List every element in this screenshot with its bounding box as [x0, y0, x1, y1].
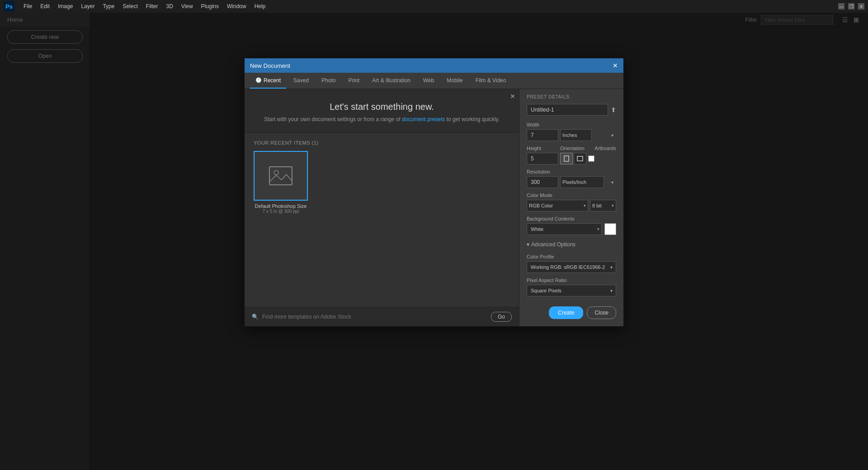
- tab-saved[interactable]: Saved: [288, 73, 314, 89]
- dialog-overlay: New Document ✕ 🕐 Recent Saved Photo Prin…: [0, 13, 868, 470]
- dialog-body: ✕ Let's start something new. Start with …: [245, 89, 623, 326]
- save-preset-button[interactable]: ⬆: [611, 106, 616, 113]
- advanced-options-toggle[interactable]: ▾ Advanced Options: [527, 240, 616, 249]
- search-bar: 🔍 Go: [245, 307, 519, 326]
- portrait-icon: [564, 155, 569, 162]
- pixel-aspect-select[interactable]: Square Pixels D1/DV NTSC (0.91) D1/DV PA…: [527, 285, 616, 296]
- image-placeholder-icon: [267, 164, 294, 187]
- recent-section: YOUR RECENT ITEMS (1) Default Photoshop …: [245, 133, 519, 307]
- menu-plugins[interactable]: Plugins: [198, 2, 222, 10]
- preset-name-row: ⬆: [527, 104, 616, 116]
- document-presets-link[interactable]: document presets: [402, 116, 445, 122]
- tab-web[interactable]: Web: [418, 73, 439, 89]
- portrait-button[interactable]: [560, 153, 573, 164]
- preset-details-label: PRESET DETAILS: [527, 94, 616, 99]
- width-row: Inches Pixels Centimeters Millimeters: [527, 129, 616, 141]
- tab-film-video[interactable]: Film & Video: [470, 73, 512, 89]
- menu-view[interactable]: View: [178, 2, 197, 10]
- bg-color-swatch[interactable]: [604, 223, 616, 235]
- tab-photo[interactable]: Photo: [316, 73, 341, 89]
- tab-mobile[interactable]: Mobile: [441, 73, 468, 89]
- bg-contents-select[interactable]: White Black Background Color Transparent…: [527, 223, 602, 235]
- menu-type[interactable]: Type: [99, 2, 118, 10]
- menu-bar: File Edit Image Layer Type Select Filter…: [20, 2, 269, 10]
- bg-select-wrapper: White Black Background Color Transparent…: [527, 223, 602, 235]
- dialog-title: New Document: [250, 62, 290, 69]
- recent-label: YOUR RECENT ITEMS (1): [254, 140, 510, 146]
- pixel-aspect-group: Pixel Aspect Ratio Square Pixels D1/DV N…: [527, 277, 616, 296]
- search-icon: 🔍: [252, 314, 259, 320]
- pixel-aspect-label: Pixel Aspect Ratio: [527, 277, 616, 283]
- width-unit-wrapper: Inches Pixels Centimeters Millimeters: [560, 129, 616, 141]
- height-orient-row: [527, 153, 616, 164]
- resolution-unit-wrapper: Pixels/Inch Pixels/Centimeter: [560, 176, 616, 188]
- color-mode-row: RGB Color CMYK Color Grayscale Lab Color…: [527, 200, 616, 212]
- color-mode-label: Color Mode: [527, 193, 616, 198]
- bit-depth-select[interactable]: 8 bit 16 bit 32 bit: [590, 200, 616, 212]
- resolution-row: Pixels/Inch Pixels/Centimeter: [527, 176, 616, 188]
- color-mode-group: Color Mode RGB Color CMYK Color Grayscal…: [527, 193, 616, 212]
- menu-edit[interactable]: Edit: [37, 2, 53, 10]
- artboards-label: Artboards: [594, 146, 616, 151]
- color-mode-select[interactable]: RGB Color CMYK Color Grayscale Lab Color…: [527, 200, 588, 212]
- recent-item-name: Default Photoshop Size: [255, 203, 307, 209]
- menu-file[interactable]: File: [20, 2, 36, 10]
- artboard-checkbox-group: [588, 155, 594, 162]
- minimize-button[interactable]: —: [838, 3, 844, 9]
- menu-select[interactable]: Select: [119, 2, 141, 10]
- go-button[interactable]: Go: [491, 312, 512, 322]
- resolution-label: Resolution: [527, 169, 616, 174]
- color-mode-select-wrapper: RGB Color CMYK Color Grayscale Lab Color…: [527, 200, 588, 212]
- svg-rect-0: [269, 167, 292, 185]
- close-dialog-button[interactable]: Close: [587, 306, 616, 319]
- resolution-group: Resolution Pixels/Inch Pixels/Centimeter: [527, 169, 616, 188]
- preset-name-input[interactable]: [527, 104, 608, 116]
- dialog-left-panel: ✕ Let's start something new. Start with …: [245, 89, 519, 326]
- height-input[interactable]: [527, 153, 558, 164]
- menu-window[interactable]: Window: [223, 2, 250, 10]
- tab-recent[interactable]: 🕐 Recent: [250, 73, 286, 89]
- resolution-unit-select[interactable]: Pixels/Inch Pixels/Centimeter: [560, 176, 604, 188]
- dialog-close-button[interactable]: ✕: [613, 62, 618, 69]
- menu-image[interactable]: Image: [54, 2, 76, 10]
- stock-search-input[interactable]: [262, 314, 487, 320]
- svg-point-1: [274, 170, 278, 175]
- chevron-down-icon: ▾: [527, 241, 529, 248]
- color-profile-group: Color Profile Working RGB: sRGB IEC61966…: [527, 254, 616, 273]
- create-button[interactable]: Create: [549, 306, 583, 319]
- menu-filter[interactable]: Filter: [142, 2, 162, 10]
- close-window-button[interactable]: ✕: [858, 3, 864, 9]
- color-profile-label: Color Profile: [527, 254, 616, 259]
- bg-contents-group: Background Contents White Black Backgrou…: [527, 216, 616, 235]
- tab-print[interactable]: Print: [343, 73, 365, 89]
- width-unit-select[interactable]: Inches Pixels Centimeters Millimeters: [560, 129, 592, 141]
- advanced-options-label: Advanced Options: [531, 241, 576, 248]
- hero-title: Let's start something new.: [254, 102, 510, 112]
- landscape-icon: [577, 156, 583, 161]
- titlebar-controls: — ❐ ✕: [838, 3, 864, 9]
- recent-item[interactable]: Default Photoshop Size 7 x 5 in @ 300 pp…: [254, 151, 308, 214]
- recent-grid: Default Photoshop Size 7 x 5 in @ 300 pp…: [254, 151, 510, 214]
- menu-3d[interactable]: 3D: [162, 2, 176, 10]
- pixel-aspect-select-wrapper: Square Pixels D1/DV NTSC (0.91) D1/DV PA…: [527, 285, 616, 296]
- menu-help[interactable]: Help: [251, 2, 269, 10]
- hero-subtitle-after: to get working quickly.: [445, 116, 500, 122]
- bit-depth-select-wrapper: 8 bit 16 bit 32 bit: [590, 200, 616, 212]
- svg-rect-2: [564, 156, 569, 161]
- tab-art-illustration[interactable]: Art & Illustration: [367, 73, 416, 89]
- hero-close-button[interactable]: ✕: [510, 93, 515, 100]
- width-input[interactable]: [527, 129, 558, 141]
- dialog-footer: Create Close: [527, 301, 616, 321]
- restore-button[interactable]: ❐: [848, 3, 854, 9]
- landscape-button[interactable]: [574, 153, 586, 164]
- menu-layer[interactable]: Layer: [77, 2, 98, 10]
- resolution-input[interactable]: [527, 176, 558, 188]
- artboard-checkbox[interactable]: [588, 155, 594, 162]
- width-label: Width: [527, 122, 616, 127]
- svg-rect-3: [577, 156, 583, 161]
- hero-section: ✕ Let's start something new. Start with …: [245, 89, 519, 133]
- titlebar-left: Ps File Edit Image Layer Type Select Fil…: [4, 1, 269, 12]
- color-profile-select[interactable]: Working RGB: sRGB IEC61966-2.1 sRGB IEC6…: [527, 261, 616, 273]
- titlebar: Ps File Edit Image Layer Type Select Fil…: [0, 0, 868, 13]
- color-profile-select-wrapper: Working RGB: sRGB IEC61966-2.1 sRGB IEC6…: [527, 261, 616, 273]
